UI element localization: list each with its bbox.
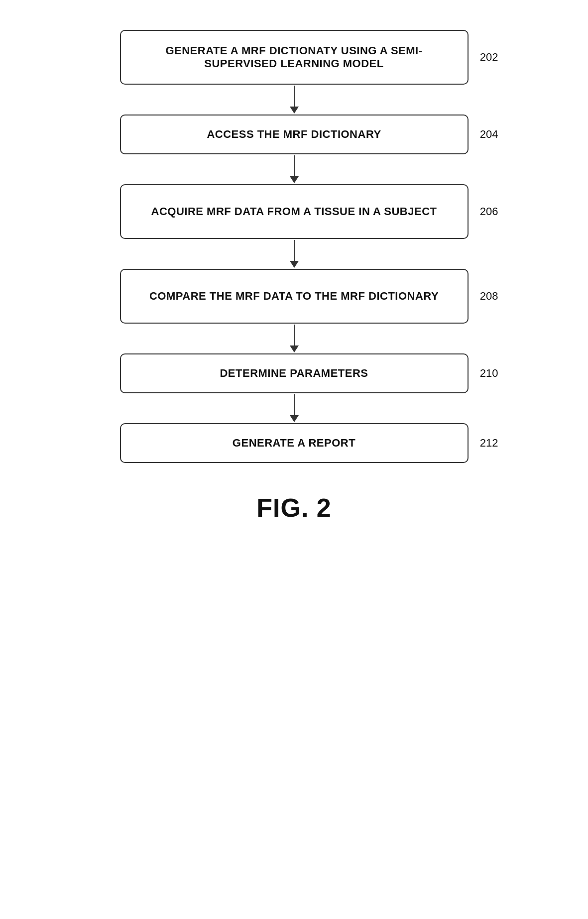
step-box-206: ACQUIRE MRF DATA FROM A TISSUE IN A SUBJ… [120, 184, 469, 239]
step-label-208: 208 [480, 290, 498, 303]
arrow-line-4 [294, 325, 295, 345]
step-box-202: GENERATE A MRF DICTIONATY USING A SEMI-S… [120, 30, 469, 85]
flow-wrapper: GENERATE A MRF DICTIONATY USING A SEMI-S… [120, 30, 469, 463]
step-row-202: GENERATE A MRF DICTIONATY USING A SEMI-S… [120, 30, 469, 85]
arrow-1 [120, 85, 469, 115]
step-box-208: COMPARE THE MRF DATA TO THE MRF DICTIONA… [120, 269, 469, 324]
arrow-head-5 [290, 415, 299, 422]
arrow-head-1 [290, 107, 299, 114]
step-row-208: COMPARE THE MRF DATA TO THE MRF DICTIONA… [120, 269, 469, 324]
arrow-2 [120, 154, 469, 184]
step-label-202: 202 [480, 51, 498, 64]
arrow-line-2 [294, 155, 295, 176]
step-text-204: ACCESS THE MRF DICTIONARY [207, 128, 381, 141]
step-box-212: GENERATE A REPORT [120, 423, 469, 463]
arrow-head-2 [290, 176, 299, 183]
step-row-212: GENERATE A REPORT 212 [120, 423, 469, 463]
step-label-210: 210 [480, 367, 498, 380]
step-text-206: ACQUIRE MRF DATA FROM A TISSUE IN A SUBJ… [151, 205, 437, 218]
step-text-208: COMPARE THE MRF DATA TO THE MRF DICTIONA… [149, 290, 439, 303]
arrow-3 [120, 239, 469, 269]
step-row-210: DETERMINE PARAMETERS 210 [120, 353, 469, 393]
arrow-head-4 [290, 345, 299, 352]
step-row-204: ACCESS THE MRF DICTIONARY 204 [120, 115, 469, 154]
arrow-line-1 [294, 86, 295, 107]
arrow-4 [120, 324, 469, 353]
diagram-container: GENERATE A MRF DICTIONATY USING A SEMI-S… [0, 0, 588, 919]
arrow-5 [120, 393, 469, 423]
step-label-204: 204 [480, 128, 498, 141]
step-row-206: ACQUIRE MRF DATA FROM A TISSUE IN A SUBJ… [120, 184, 469, 239]
step-text-210: DETERMINE PARAMETERS [220, 367, 368, 380]
arrow-head-3 [290, 261, 299, 268]
step-label-206: 206 [480, 205, 498, 218]
step-box-204: ACCESS THE MRF DICTIONARY [120, 115, 469, 154]
figure-label: FIG. 2 [256, 493, 331, 523]
arrow-line-3 [294, 240, 295, 261]
step-text-202: GENERATE A MRF DICTIONATY USING A SEMI-S… [136, 44, 453, 70]
arrow-line-5 [294, 394, 295, 415]
step-label-212: 212 [480, 437, 498, 450]
step-box-210: DETERMINE PARAMETERS [120, 353, 469, 393]
step-text-212: GENERATE A REPORT [233, 437, 355, 450]
